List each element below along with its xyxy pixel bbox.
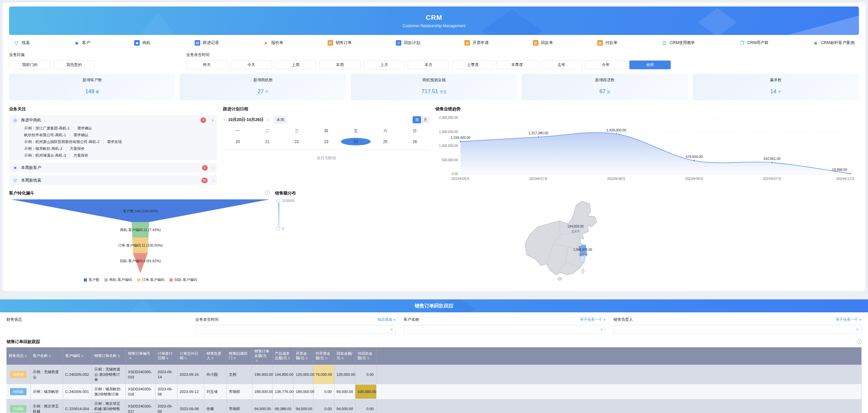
chevron-down-icon[interactable]: ∨ [211, 118, 214, 122]
chevron-right-icon[interactable]: › [213, 178, 214, 182]
dynamic-filter-link[interactable]: 动态筛选 ▼ [377, 317, 396, 322]
column-header-deliver-date[interactable]: 订单交付日期⇅ [177, 347, 204, 365]
nav-item-opportunities[interactable]: ◆商机 [134, 40, 150, 46]
column-header-finance-status[interactable]: 财务状态⇅ [6, 347, 30, 365]
data-point[interactable] [615, 133, 617, 135]
focus-item[interactable]: 示例：杭州簿溪云-商机-3│方案报价 [24, 153, 214, 158]
column-header-order-amount[interactable]: 销售订单金额/元⇅ [252, 347, 272, 365]
calendar-prev-icon[interactable]: ‹ [223, 117, 225, 122]
nav-item-crm-teaching[interactable]: ☰CRM使用教学 [662, 40, 695, 46]
time-option-button[interactable]: 本月 [408, 61, 449, 69]
table-row[interactable]: 待回款示例：锡东帆软C-240305-001示例：锡东帆软-第2份销售订单XSD… [6, 385, 862, 399]
chevron-right-icon[interactable]: › [213, 166, 214, 170]
sort-desc-icon[interactable]: ▼ [129, 357, 132, 360]
focus-group-header[interactable]: ☻本周新客户0› [12, 163, 214, 173]
focus-item[interactable]: 示例：浙江广厦集团-商机-1│需求确认 [24, 125, 214, 131]
equals-any-link[interactable]: 等于任意一个 ▼ [580, 317, 606, 322]
data-point[interactable] [537, 136, 539, 138]
column-header-invoiced-amount[interactable]: 开票金额/元⇅ [293, 347, 313, 365]
nav-item-invoice-apply[interactable]: ▥开票申请 [464, 40, 489, 46]
customer-select[interactable]: ∨ [404, 325, 606, 334]
time-option-button[interactable]: 全部 [629, 61, 671, 69]
column-header-received-amount[interactable]: 回款金额/元⇅ [334, 347, 355, 365]
focus-item[interactable]: 示例：杭州萧山国际贸易股份有限公司-商机-2│需求发现 [24, 139, 214, 145]
time-option-button[interactable]: 上季度 [452, 61, 494, 69]
nav-item-receipts[interactable]: ▥回款单 [533, 40, 553, 46]
sort-icon[interactable]: ⇅ [288, 357, 290, 360]
week-toggle[interactable]: 周 [413, 116, 421, 123]
info-icon[interactable]: i [265, 190, 270, 195]
column-header-cost-total[interactable]: 产品成本总额/元⇅ [272, 347, 293, 365]
nav-item-follow-records[interactable]: ▤跟进记录 [195, 40, 219, 46]
table-row[interactable]: 待开票示例：无锡简道云C-240305-002示例：无锡简道云-第3份销售订单X… [6, 365, 862, 385]
calendar-day-active[interactable]: 24 [341, 138, 370, 145]
sort-icon[interactable]: ⇅ [305, 357, 308, 360]
data-point[interactable] [460, 141, 462, 142]
time-option-button[interactable]: 本季度 [496, 61, 538, 69]
legend-item[interactable]: 客户数 [84, 277, 99, 282]
info-icon[interactable]: i [857, 340, 862, 344]
nav-item-customers[interactable]: ☻客户 [74, 40, 90, 46]
sort-icon[interactable]: ⇅ [118, 354, 120, 358]
this-week-button[interactable]: 本周 [273, 116, 287, 124]
sort-icon[interactable]: ⇅ [166, 357, 169, 360]
column-header-to-receive-amount[interactable]: 待回款金额/元⇅ [355, 347, 376, 365]
calendar-day[interactable]: 25 [371, 140, 400, 144]
data-point[interactable] [693, 159, 695, 161]
time-option-button[interactable]: 今年 [585, 61, 626, 69]
nav-item-quotes[interactable]: ➤报价单 [263, 40, 284, 46]
column-header-sign-date[interactable]: 订单签订日期⇅ [155, 347, 177, 365]
legend-item[interactable]: 订单-客户编码 [137, 277, 165, 282]
nav-item-crm-cases[interactable]: ☻CRM标杆客户案例 [813, 40, 854, 46]
nav-item-leads[interactable]: ▽线索 [13, 40, 30, 46]
sort-icon[interactable]: ⇅ [325, 357, 328, 360]
taiwan[interactable] [582, 269, 584, 273]
nav-item-sales-orders[interactable]: ▤销售订单 [328, 40, 352, 46]
calendar-day[interactable]: 23 [311, 140, 341, 144]
time-option-button[interactable]: 上月 [364, 61, 405, 69]
focus-item[interactable]: 示例：锡东帆软-商机-3│方案报价 [24, 146, 214, 151]
calendar-day[interactable]: 26 [400, 140, 430, 144]
ownership-option-button[interactable]: 我部门的 [9, 61, 51, 69]
ownership-option-button[interactable]: 我负责的 [53, 61, 95, 69]
sort-icon[interactable]: ⇅ [25, 354, 27, 358]
nav-item-payment-plans[interactable]: ≡回款计划 [396, 40, 420, 46]
calendar-day[interactable]: 22 [282, 140, 311, 144]
sort-icon[interactable]: ⇅ [234, 357, 236, 360]
time-option-button[interactable]: 今天 [230, 61, 272, 69]
calendar-day[interactable]: 21 [253, 140, 282, 144]
slider-handle-max[interactable] [276, 199, 280, 203]
data-point[interactable] [771, 161, 773, 164]
province-zhejiang[interactable] [580, 255, 585, 263]
time-option-button[interactable]: 昨天 [186, 61, 228, 69]
nav-item-payments[interactable]: ▥付款单 [597, 40, 618, 46]
table-row[interactable]: 已回款示例：南京华五机械C-220614-004示例：南京华五机械-第3份销售订… [6, 399, 862, 413]
sort-icon[interactable]: ⇅ [211, 357, 214, 360]
funnel-stage-payments[interactable] [133, 253, 148, 273]
calendar-next-icon[interactable]: › [266, 117, 269, 122]
sort-icon[interactable]: ⇅ [49, 354, 52, 358]
nav-item-crm-user-group[interactable]: ❒CRM用户群 [739, 40, 769, 46]
legend-item[interactable]: 商机-客户编码 [104, 277, 132, 282]
sort-icon[interactable]: ⇅ [184, 357, 187, 360]
column-header-order-no[interactable]: 销售订单编号▼ [125, 347, 155, 365]
focus-item[interactable]: 帆软软件有限公司-商机-1│需求确认 [24, 132, 214, 138]
time-select[interactable]: ∨ [195, 325, 396, 334]
column-header-customer-code[interactable]: 客户编码⇅ [63, 347, 92, 365]
china-outline[interactable] [525, 201, 597, 275]
column-header-order-name[interactable]: 销售订单名称⇅ [92, 347, 125, 365]
slider-track[interactable] [278, 201, 279, 229]
legend-item[interactable]: 回款-客户编码 [169, 277, 197, 282]
focus-group-header[interactable]: ◎推进中商机8∨ [12, 115, 214, 125]
equals-any-link[interactable]: 等于任意一个 ▼ [836, 317, 862, 322]
time-option-button[interactable]: 去年 [541, 61, 582, 69]
data-point[interactable] [849, 173, 851, 174]
sort-icon[interactable]: ⇅ [81, 354, 84, 358]
time-option-button[interactable]: 上周 [275, 61, 316, 69]
sort-icon[interactable]: ⇅ [341, 357, 344, 360]
slider-handle-min[interactable] [276, 227, 280, 231]
month-toggle[interactable]: 月 [421, 116, 430, 123]
focus-group-header[interactable]: ▽本周新线索66› [12, 175, 214, 185]
sort-icon[interactable]: ⇅ [255, 359, 258, 362]
hainan[interactable] [558, 277, 562, 281]
